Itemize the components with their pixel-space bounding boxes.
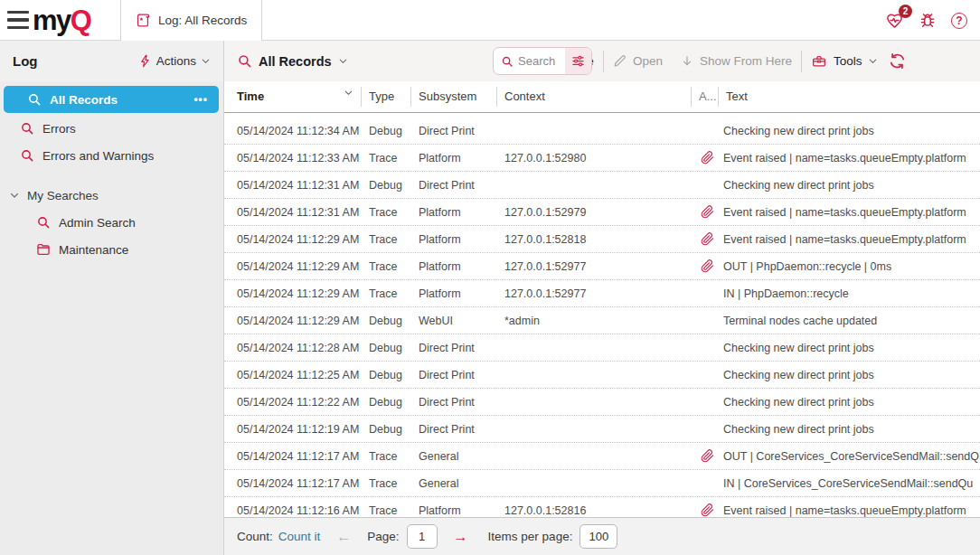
cell-context: 127.0.0.1:52816: [497, 504, 692, 517]
table-row[interactable]: 05/14/2024 11:12:19 AM Debug Direct Prin…: [224, 416, 980, 443]
page-input[interactable]: [407, 524, 438, 549]
attachment-paperclip-icon: [692, 259, 719, 273]
cell-time: 05/14/2024 11:12:29 AM: [224, 287, 362, 300]
table-row[interactable]: 05/14/2024 11:12:29 AM Trace Platform 12…: [224, 253, 980, 280]
cell-context: 127.0.0.1:52977: [497, 260, 692, 273]
cell-type: Trace: [362, 233, 411, 246]
cell-context: 127.0.0.1:52818: [497, 233, 692, 246]
cell-subsystem: Platform: [411, 287, 497, 300]
cell-subsystem: WebUI: [411, 315, 497, 327]
cell-text: OUT | PhpDaemon::recycle | 0ms: [719, 260, 980, 273]
column-header-time[interactable]: Time: [224, 87, 362, 107]
table-row[interactable]: 05/14/2024 11:12:16 AM Trace Platform 12…: [224, 497, 980, 517]
column-header-context[interactable]: Context: [497, 87, 692, 107]
actions-button[interactable]: Actions: [138, 53, 223, 69]
open-button[interactable]: Open: [613, 54, 663, 68]
hamburger-menu-icon[interactable]: [7, 11, 29, 29]
cell-type: Debug: [362, 423, 411, 436]
attachment-paperclip-icon: [692, 503, 719, 517]
column-header-attachment[interactable]: A...: [692, 87, 719, 107]
cell-text: IN | CoreServices_CoreServiceSendMail::s…: [719, 477, 980, 490]
search-icon: [36, 215, 51, 230]
column-header-subsystem[interactable]: Subsystem: [411, 87, 497, 107]
cell-context: 127.0.0.1:52980: [497, 152, 692, 165]
table-row[interactable]: 05/14/2024 11:12:17 AM Trace General IN …: [224, 470, 980, 497]
count-label: Count:: [237, 530, 273, 543]
table-header: Time Type Subsystem Context A... Text: [224, 81, 980, 113]
cell-time: 05/14/2024 11:12:34 AM: [224, 125, 362, 137]
cell-time: 05/14/2024 11:12:31 AM: [224, 206, 362, 219]
sidebar-section-my-searches[interactable]: My Searches: [0, 182, 223, 209]
cell-time: 05/14/2024 11:12:29 AM: [224, 233, 362, 246]
sidebar-item-errors[interactable]: Errors: [0, 115, 223, 142]
health-heart-icon[interactable]: 2: [885, 12, 904, 30]
tools-button[interactable]: Tools: [811, 53, 879, 69]
cell-time: 05/14/2024 11:12:19 AM: [224, 423, 362, 436]
previous-page-arrow-icon[interactable]: ←: [336, 529, 351, 545]
attachment-paperclip-icon: [692, 449, 719, 463]
cell-time: 05/14/2024 11:12:17 AM: [224, 477, 362, 490]
filter-sliders-icon[interactable]: [565, 48, 591, 74]
count-it-link[interactable]: Count it: [278, 530, 321, 543]
cell-type: Debug: [362, 396, 411, 409]
sidebar-item-maintenance[interactable]: Maintenance: [0, 236, 223, 263]
cell-subsystem: Direct Print: [411, 125, 497, 137]
next-page-arrow-icon[interactable]: →: [454, 529, 468, 545]
top-bar: myQ Log: All Records 2 ?: [0, 0, 980, 41]
table-row[interactable]: 05/14/2024 11:12:25 AM Debug Direct Prin…: [224, 362, 980, 389]
arrow-down-icon: [681, 54, 693, 68]
cell-text: Checking new direct print jobs: [719, 179, 980, 192]
items-per-page-input[interactable]: [580, 524, 617, 549]
cell-text: Event raised | name=tasks.queueEmpty.pla…: [719, 152, 980, 165]
sidebar-item-all-records[interactable]: All Records •••: [4, 86, 219, 113]
folder-icon: [36, 242, 51, 257]
cell-time: 05/14/2024 11:12:31 AM: [224, 179, 362, 192]
refresh-icon[interactable]: [889, 52, 906, 70]
table-row[interactable]: 05/14/2024 11:12:33 AM Trace Platform 12…: [224, 145, 980, 172]
show-from-here-button[interactable]: Show From Here: [681, 54, 792, 68]
cell-type: Trace: [362, 504, 411, 517]
search-icon: [20, 148, 34, 163]
cell-time: 05/14/2024 11:12:28 AM: [224, 342, 362, 354]
cell-text: Checking new direct print jobs: [719, 396, 980, 409]
help-icon[interactable]: ?: [951, 13, 967, 29]
cell-type: Debug: [362, 125, 411, 137]
search-icon: [20, 121, 34, 136]
table-row[interactable]: 05/14/2024 11:12:31 AM Debug Direct Prin…: [224, 172, 980, 199]
cell-text: Checking new direct print jobs: [719, 125, 980, 137]
search-icon: [237, 53, 252, 69]
column-header-text[interactable]: Text: [719, 87, 980, 107]
sidebar-item-errors-and-warnings[interactable]: Errors and Warnings: [0, 142, 223, 169]
cell-text: Terminal nodes cache updated: [719, 315, 980, 327]
column-header-type[interactable]: Type: [362, 87, 411, 107]
cell-text: OUT | CoreServices_CoreServiceSendMail::…: [719, 450, 980, 463]
table-row[interactable]: 05/14/2024 11:12:28 AM Debug Direct Prin…: [224, 334, 980, 362]
cell-text: Event raised | name=tasks.queueEmpty.pla…: [719, 233, 980, 246]
tab-log-all-records[interactable]: Log: All Records: [120, 0, 262, 41]
chevron-down-icon: [201, 56, 211, 66]
myq-logo: myQ: [33, 3, 90, 39]
search-input[interactable]: [518, 54, 565, 68]
table-row[interactable]: 05/14/2024 11:12:29 AM Trace Platform 12…: [224, 280, 980, 307]
table-row[interactable]: 05/14/2024 11:12:29 AM Debug WebUI *admi…: [224, 307, 980, 334]
tab-label: Log: All Records: [158, 14, 247, 27]
table-row[interactable]: 05/14/2024 11:12:29 AM Trace Platform 12…: [224, 226, 980, 253]
table-row[interactable]: 05/14/2024 11:12:22 AM Debug Direct Prin…: [224, 389, 980, 416]
cell-type: Debug: [362, 315, 411, 327]
search-box: [493, 47, 592, 75]
cell-subsystem: Direct Print: [411, 179, 497, 192]
search-icon: [494, 55, 518, 68]
table-row[interactable]: 05/14/2024 11:12:31 AM Trace Platform 12…: [224, 199, 980, 226]
sidebar-item-admin-search[interactable]: Admin Search: [0, 209, 223, 236]
cell-time: 05/14/2024 11:12:25 AM: [224, 369, 362, 381]
item-menu-icon[interactable]: •••: [193, 93, 219, 106]
chevron-down-icon: [868, 56, 878, 66]
table-row[interactable]: 05/14/2024 11:12:17 AM Trace General OUT…: [224, 443, 980, 470]
table-row[interactable]: 05/14/2024 11:12:34 AM Debug Direct Prin…: [224, 118, 980, 145]
debug-bug-icon[interactable]: [919, 12, 937, 30]
cell-type: Trace: [362, 152, 411, 165]
view-selector-button[interactable]: All Records: [224, 53, 348, 69]
cell-subsystem: Platform: [411, 233, 497, 246]
cell-type: Debug: [362, 369, 411, 381]
page-label: Page:: [367, 530, 399, 543]
